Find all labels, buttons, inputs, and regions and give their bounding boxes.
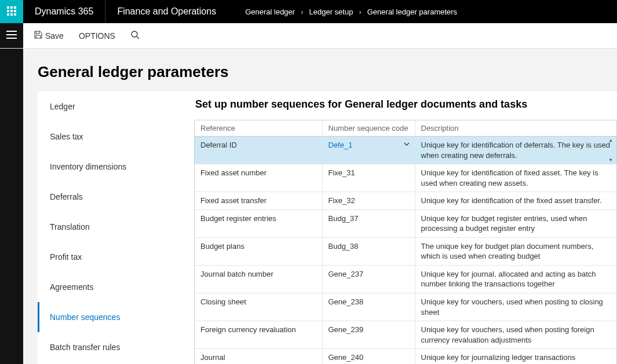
svg-rect-5	[14, 10, 16, 12]
cell-reference[interactable]: Closing sheet	[195, 293, 322, 321]
nav-rail-toggle[interactable]	[0, 23, 23, 48]
cell-description[interactable]: The unique key for budget plan document …	[415, 237, 616, 265]
cell-code[interactable]: Fixe_32	[322, 192, 415, 210]
brand-label: Dynamics 365	[23, 0, 105, 23]
panel-heading: Set up number sequences for General ledg…	[194, 91, 617, 120]
cell-description[interactable]: Unique key for identification of the fix…	[415, 192, 616, 210]
cell-reference[interactable]: Budget register entries	[195, 209, 322, 237]
cell-reference[interactable]: Deferral ID	[195, 137, 322, 164]
table-row[interactable]: Budget plansBudg_38The unique key for bu…	[195, 237, 616, 265]
sidebar-tab-number-sequences[interactable]: Number sequences	[38, 302, 188, 332]
chevron-right-icon: ›	[301, 8, 303, 16]
search-button[interactable]	[126, 28, 144, 43]
page-title: General ledger parameters	[38, 63, 617, 81]
save-label: Save	[45, 31, 64, 41]
cell-code[interactable]: Fixe_31	[322, 164, 415, 192]
sidebar-tab-batch-transfer-rules[interactable]: Batch transfer rules	[38, 332, 188, 362]
sidebar-tab-profit-tax[interactable]: Profit tax	[38, 242, 188, 272]
svg-rect-0	[7, 6, 9, 9]
svg-rect-8	[14, 13, 16, 16]
number-sequences-table: Reference Number sequence code Descripti…	[195, 120, 616, 364]
table-row[interactable]: Budget register entriesBudg_37Unique key…	[195, 209, 616, 237]
cell-code[interactable]: Gene_239	[322, 321, 415, 349]
svg-rect-4	[10, 10, 13, 12]
chevron-up-icon[interactable]: ▴	[609, 138, 615, 143]
cell-code[interactable]: Gene_238	[322, 293, 415, 321]
breadcrumb-item[interactable]: Ledger setup	[309, 8, 353, 16]
cell-code[interactable]: Budg_37	[322, 209, 415, 237]
cell-description[interactable]: Unique key for identification of deferra…	[415, 137, 616, 164]
svg-rect-7	[10, 13, 13, 16]
column-header-code[interactable]: Number sequence code	[322, 120, 415, 137]
cell-reference[interactable]: Journal	[195, 349, 322, 364]
cell-description[interactable]: Unique key for vouchers, used when posti…	[415, 321, 616, 349]
svg-rect-2	[14, 6, 16, 9]
cell-description[interactable]: Unique key for vouchers, used when posti…	[415, 293, 616, 321]
table-row[interactable]: Closing sheetGene_238Unique key for vouc…	[195, 293, 616, 321]
waffle-icon	[7, 6, 16, 17]
table-row[interactable]: Deferral IDDefe_1Unique key for identifi…	[195, 137, 616, 164]
sidebar-tab-translation[interactable]: Translation	[38, 212, 188, 242]
table-row[interactable]: Fixed asset transferFixe_32Unique key fo…	[195, 192, 616, 210]
table-row[interactable]: Journal batch numberGene_237Unique key f…	[195, 265, 616, 293]
breadcrumb-item[interactable]: General ledger	[245, 8, 295, 16]
options-button[interactable]: OPTIONS	[74, 29, 120, 43]
breadcrumb-item[interactable]: General ledger parameters	[367, 8, 457, 16]
table-row[interactable]: Foreign currency revaluationGene_239Uniq…	[195, 321, 616, 349]
table-row[interactable]: Fixed asset numberFixe_31Unique key for …	[195, 164, 616, 192]
app-launcher-button[interactable]	[0, 0, 23, 23]
sidebar-tab-deferrals[interactable]: Deferrals	[38, 182, 188, 212]
sidebar-tab-sales-tax[interactable]: Sales tax	[38, 122, 188, 152]
cell-reference[interactable]: Foreign currency revaluation	[195, 321, 322, 349]
app-name-label: Finance and Operations	[105, 0, 228, 23]
cell-description[interactable]: Unique key for identification of fixed a…	[415, 164, 616, 192]
chevron-right-icon: ›	[359, 8, 361, 16]
table-row[interactable]: JournalGene_240Unique key for journalizi…	[195, 349, 616, 364]
save-button[interactable]: Save	[29, 28, 68, 43]
cell-code[interactable]: Gene_240	[322, 349, 415, 364]
svg-rect-6	[7, 13, 9, 16]
sidebar-tab-inventory-dimensions[interactable]: Inventory dimensions	[38, 152, 188, 182]
svg-line-13	[137, 36, 139, 39]
chevron-down-icon[interactable]	[403, 140, 410, 150]
column-header-reference[interactable]: Reference	[195, 120, 322, 137]
breadcrumb: General ledger › Ledger setup › General …	[228, 8, 457, 16]
sidebar-tab-agreements[interactable]: Agreements	[38, 272, 188, 302]
svg-point-12	[132, 31, 137, 37]
hamburger-icon	[6, 31, 17, 41]
chevron-down-icon[interactable]: ▾	[609, 157, 615, 163]
cell-description[interactable]: Unique key for budget register entries, …	[415, 209, 616, 237]
cell-reference[interactable]: Journal batch number	[195, 265, 322, 293]
search-icon	[130, 32, 140, 41]
cell-code[interactable]: Gene_237	[322, 265, 415, 293]
options-label: OPTIONS	[79, 31, 115, 41]
textarea-scroll-buttons[interactable]: ▴▾	[609, 138, 615, 163]
cell-code[interactable]: Defe_1	[322, 137, 415, 164]
cell-reference[interactable]: Fixed asset number	[195, 164, 322, 192]
cell-reference[interactable]: Budget plans	[195, 237, 322, 265]
save-icon	[34, 30, 43, 41]
svg-rect-1	[10, 6, 13, 9]
sidebar-tab-ledger[interactable]: Ledger	[38, 91, 188, 122]
cell-description[interactable]: Unique key for journalizing ledger trans…	[415, 349, 616, 364]
column-header-description[interactable]: Description	[415, 120, 616, 137]
svg-rect-3	[7, 10, 9, 12]
cell-reference[interactable]: Fixed asset transfer	[195, 192, 322, 210]
cell-code[interactable]: Budg_38	[322, 237, 415, 265]
cell-description[interactable]: Unique key for journal, allocated and ac…	[415, 265, 616, 293]
